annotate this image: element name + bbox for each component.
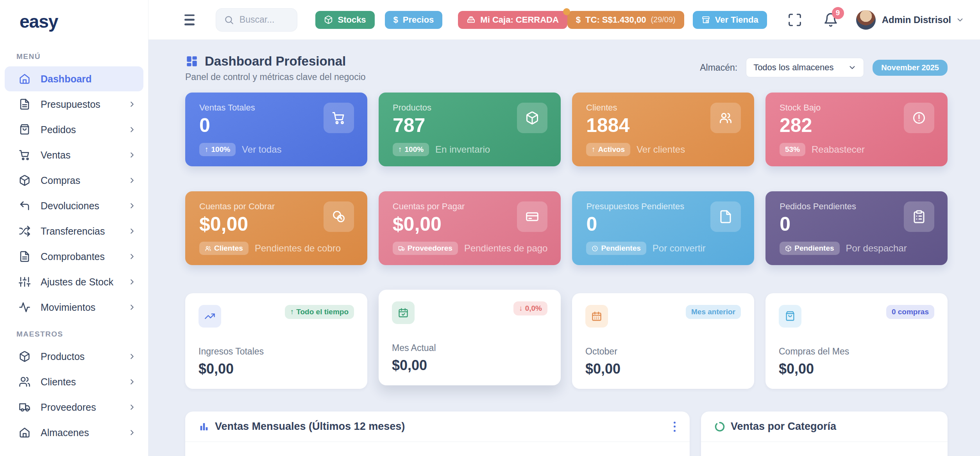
chevron-right-icon bbox=[128, 151, 136, 159]
stat-label: Presupuestos Pendientes bbox=[586, 201, 684, 212]
period-badge: November 2025 bbox=[873, 60, 948, 76]
metric-card-october[interactable]: Mes anterior October $0,00 bbox=[572, 293, 754, 389]
sidebar-item-transferencias[interactable]: Transferencias bbox=[5, 219, 143, 244]
coins-clock-icon bbox=[324, 201, 354, 232]
chart-title: Ventas Mensuales (Últimos 12 meses) bbox=[215, 420, 405, 433]
stat-note: Por convertir bbox=[653, 243, 706, 254]
stat-badge: Proveedores bbox=[393, 242, 458, 255]
metric-card-ingresos-totales[interactable]: ↑Todo el tiempo Ingresos Totales $0,00 bbox=[185, 293, 367, 389]
page-title: Dashboard Profesional bbox=[205, 54, 346, 69]
sidebar-item-dashboard[interactable]: Dashboard bbox=[5, 66, 143, 91]
stat-value: 282 bbox=[780, 115, 821, 136]
truck-icon bbox=[19, 401, 30, 413]
sidebar-item-ajustes-de-stock[interactable]: Ajustes de Stock bbox=[5, 269, 143, 294]
bar-chart-icon bbox=[199, 421, 209, 432]
search-icon bbox=[224, 15, 234, 25]
stat-label: Stock Bajo bbox=[780, 103, 821, 113]
stat-card-productos[interactable]: Productos 787 ↑100% En inventario bbox=[379, 93, 561, 166]
stat-label: Productos bbox=[393, 103, 431, 113]
package-icon bbox=[19, 351, 30, 362]
hamburger-menu-icon[interactable] bbox=[184, 14, 195, 25]
store-icon bbox=[701, 15, 710, 24]
sidebar-item-devoluciones[interactable]: Devoluciones bbox=[5, 193, 143, 218]
warehouse-label: Almacén: bbox=[700, 62, 737, 73]
sidebar-item-label: Almacenes bbox=[41, 427, 128, 438]
stat-card-clientes[interactable]: Clientes 1884 ↑Activos Ver clientes bbox=[572, 93, 754, 166]
stat-note[interactable]: Ver todas bbox=[242, 144, 281, 155]
caja-button[interactable]: Mi Caja: CERRADA bbox=[458, 11, 567, 29]
chevron-right-icon bbox=[128, 125, 136, 134]
sidebar-item-presupuestos[interactable]: Presupuestos bbox=[5, 92, 143, 117]
search-box[interactable] bbox=[216, 8, 298, 32]
exchange-rate-date: (29/09) bbox=[651, 15, 675, 24]
avatar[interactable] bbox=[856, 10, 876, 30]
stat-note[interactable]: Reabastecer bbox=[812, 144, 865, 155]
users-mini-icon bbox=[205, 245, 211, 252]
shopping-bag-icon bbox=[779, 305, 801, 328]
topbar-right: $ TC: S$1.430,00 (29/09) Ver Tienda 9 Ad… bbox=[567, 10, 964, 30]
notifications-count-badge: 9 bbox=[832, 7, 844, 19]
sidebar-item-clientes[interactable]: Clientes bbox=[5, 369, 143, 394]
home-icon bbox=[19, 73, 30, 85]
sidebar-item-pedidos[interactable]: Pedidos bbox=[5, 117, 143, 142]
chart-plot-area bbox=[701, 442, 948, 456]
shopping-cart-icon bbox=[324, 103, 354, 133]
sidebar-item-label: Productos bbox=[41, 351, 128, 362]
stat-card-cuentas-por-pagar[interactable]: Cuentas por Pagar $0,00 Proveedores Pend… bbox=[379, 191, 561, 265]
package-icon bbox=[19, 175, 30, 186]
store-button[interactable]: Ver Tienda bbox=[693, 11, 767, 29]
caja-button-label: Mi Caja: CERRADA bbox=[480, 15, 558, 25]
metric-label: Compras del Mes bbox=[779, 346, 934, 357]
trending-up-icon bbox=[199, 305, 221, 328]
sidebar-item-compras[interactable]: Compras bbox=[5, 168, 143, 193]
chevron-down-icon bbox=[848, 63, 857, 72]
stat-badge: Pendientes bbox=[780, 242, 839, 255]
sidebar-item-ventas[interactable]: Ventas bbox=[5, 142, 143, 167]
chevron-right-icon bbox=[128, 378, 136, 386]
sidebar-item-proveedores[interactable]: Proveedores bbox=[5, 395, 143, 420]
exchange-rate-button[interactable]: $ TC: S$1.430,00 (29/09) bbox=[567, 11, 684, 29]
stocks-button[interactable]: Stocks bbox=[315, 11, 374, 29]
stat-label: Cuentas por Pagar bbox=[393, 201, 465, 212]
sidebar-item-label: Proveedores bbox=[41, 402, 128, 413]
precios-button[interactable]: $ Precios bbox=[385, 11, 443, 29]
chevron-right-icon bbox=[128, 428, 136, 437]
chevron-right-icon bbox=[128, 227, 136, 235]
cash-register-icon bbox=[467, 15, 476, 24]
fullscreen-icon[interactable] bbox=[787, 12, 802, 27]
metric-label: Mes Actual bbox=[392, 343, 547, 353]
sidebar-item-almacenes[interactable]: Almacenes bbox=[5, 420, 143, 445]
metric-value: $0,00 bbox=[585, 361, 741, 377]
search-input[interactable] bbox=[240, 14, 290, 25]
metric-card-mes-actual[interactable]: ↓0,0% Mes Actual $0,00 bbox=[379, 290, 561, 385]
stat-card-pedidos-pendientes[interactable]: Pedidos Pendientes 0 Pendientes Por desp… bbox=[765, 191, 948, 265]
sidebar-item-comprobantes[interactable]: Comprobantes bbox=[5, 244, 143, 269]
dashboard-content: Dashboard Profesional Panel de control y… bbox=[148, 40, 980, 456]
calendar-check-icon bbox=[392, 301, 415, 324]
sidebar: easy MENÚ Dashboard Presupuestos Pedidos… bbox=[0, 0, 148, 456]
stat-card-cuentas-por-cobrar[interactable]: Cuentas por Cobrar $0,00 Clientes Pendie… bbox=[185, 191, 367, 265]
chevron-right-icon bbox=[128, 252, 136, 261]
metric-badge: ↓0,0% bbox=[513, 301, 547, 315]
stats-row-2: Cuentas por Cobrar $0,00 Clientes Pendie… bbox=[185, 191, 948, 265]
stat-card-stock-bajo[interactable]: Stock Bajo 282 53% Reabastecer bbox=[765, 93, 948, 166]
metrics-row: ↑Todo el tiempo Ingresos Totales $0,00 ↓… bbox=[185, 293, 948, 389]
sidebar-item-label: Movimientos bbox=[41, 302, 128, 313]
stat-badge: 53% bbox=[780, 143, 805, 156]
kebab-menu-icon[interactable] bbox=[672, 420, 676, 433]
stat-card-presupuestos-pendientes[interactable]: Presupuestos Pendientes 0 Pendientes Por… bbox=[572, 191, 754, 265]
metric-label: October bbox=[585, 346, 741, 357]
stat-value: $0,00 bbox=[199, 214, 275, 235]
clipboard-list-icon bbox=[904, 201, 934, 232]
metric-value: $0,00 bbox=[779, 361, 934, 377]
stat-note[interactable]: Ver clientes bbox=[637, 144, 685, 155]
chevron-down-icon[interactable] bbox=[956, 16, 964, 24]
sidebar-item-productos[interactable]: Productos bbox=[5, 344, 143, 369]
sidebar-item-movimientos[interactable]: Movimientos bbox=[5, 295, 143, 320]
stat-card-ventas-totales[interactable]: Ventas Totales 0 ↑100% Ver todas bbox=[185, 93, 367, 166]
sidebar-item-label: Ventas bbox=[41, 150, 128, 161]
warehouse-select[interactable]: Todos los almacenes bbox=[746, 58, 864, 77]
chevron-right-icon bbox=[128, 403, 136, 411]
notifications-bell[interactable]: 9 bbox=[823, 12, 838, 27]
metric-card-compras-del-mes[interactable]: 0 compras Compras del Mes $0,00 bbox=[765, 293, 948, 389]
